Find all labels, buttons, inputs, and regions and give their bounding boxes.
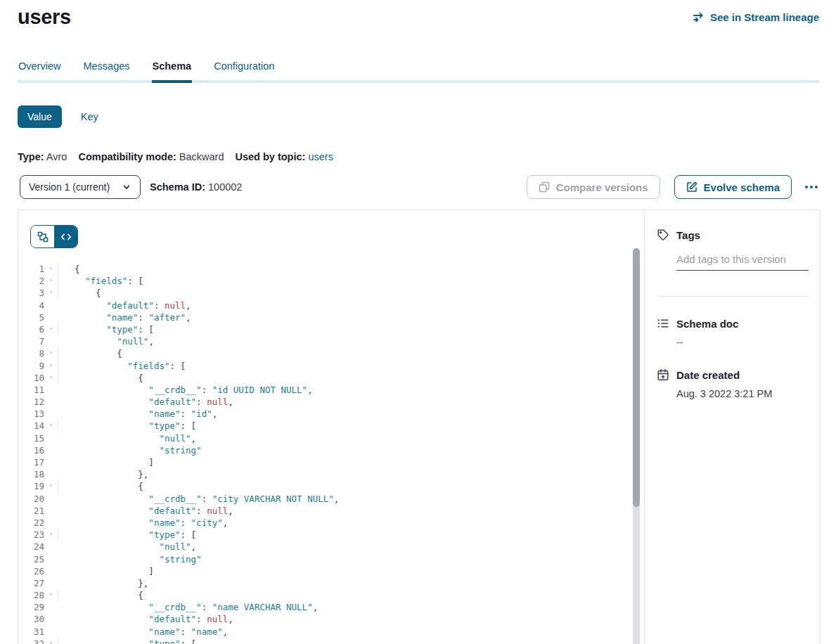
line-code: "__crdb__": "id UUID NOT NULL", — [58, 384, 313, 396]
tab-schema[interactable]: Schema — [152, 60, 193, 83]
value-key-toggle: Value Key — [18, 105, 836, 128]
line-number: 13 — [18, 408, 44, 420]
code-line: 26 ▾ ] — [18, 565, 630, 577]
ellipsis-icon — [805, 186, 808, 188]
code-line: 1 ▾ { — [18, 263, 630, 275]
code-lines: 1 ▾ { 2 ▾ "fields": [ 3 ▾ { 4 ▾ "default… — [18, 248, 630, 644]
schema-id: Schema ID: 100002 — [150, 181, 242, 193]
line-code: "name": "name", — [58, 626, 228, 638]
line-code: "fields": [ — [58, 360, 186, 372]
line-code: "type": [ — [58, 420, 196, 432]
tab-configuration[interactable]: Configuration — [213, 60, 275, 83]
fold-arrow-icon[interactable]: ▾ — [44, 275, 58, 287]
line-number: 32 — [18, 638, 44, 644]
more-options-button[interactable] — [804, 181, 819, 193]
fold-arrow-icon[interactable]: ▾ — [44, 287, 58, 299]
fold-arrow-icon[interactable]: ▾ — [44, 347, 58, 359]
code-line: 2 ▾ "fields": [ — [18, 275, 630, 287]
tags-input[interactable] — [676, 253, 809, 271]
side-divider — [657, 296, 809, 297]
compare-versions-button[interactable]: Compare versions — [527, 175, 660, 199]
tag-icon — [657, 228, 669, 241]
line-number: 11 — [18, 384, 44, 396]
code-line: 13 ▾ "name": "id", — [18, 408, 630, 420]
line-number: 17 — [18, 456, 44, 468]
code-line: 16 ▾ "string" — [18, 444, 630, 456]
line-code: ] — [58, 565, 154, 577]
version-select-value: Version 1 (current) — [29, 181, 110, 193]
line-code: "__crdb__": "name VARCHAR NULL", — [58, 601, 318, 613]
compare-icon — [539, 181, 550, 193]
line-number: 24 — [18, 541, 44, 553]
line-code: "default": null, — [58, 613, 233, 625]
line-code: { — [58, 347, 122, 359]
controls-row: Version 1 (current) Schema ID: 100002 Co… — [20, 174, 819, 200]
line-number: 16 — [18, 444, 44, 456]
line-number: 29 — [18, 601, 44, 613]
line-number: 12 — [18, 396, 44, 408]
fold-arrow-icon[interactable]: ▾ — [44, 360, 58, 372]
scrollbar-thumb[interactable] — [633, 248, 640, 507]
used-by-topic: Used by topic: users — [235, 151, 333, 162]
line-number: 23 — [18, 529, 44, 541]
tab-bar: Overview Messages Schema Configuration — [18, 60, 819, 83]
date-created-value: Aug. 3 2022 3:21 PM — [676, 388, 809, 399]
fold-arrow-icon[interactable]: ▾ — [44, 638, 58, 644]
code-line: 21 ▾ "default": null, — [18, 505, 630, 517]
key-button[interactable]: Key — [81, 111, 98, 122]
code-line: 14 ▾ "type": [ — [18, 420, 630, 432]
line-code: "name": "id", — [58, 408, 217, 420]
fold-arrow-icon[interactable]: ▾ — [44, 589, 58, 601]
line-number: 20 — [18, 493, 44, 505]
line-number: 6 — [18, 323, 44, 335]
schema-doc-heading: Schema doc — [657, 317, 809, 330]
line-code: "null", — [58, 432, 196, 444]
line-code: "name": "city", — [58, 517, 228, 529]
line-code: }, — [58, 468, 148, 480]
version-select[interactable]: Version 1 (current) — [20, 175, 141, 199]
line-number: 19 — [18, 480, 44, 492]
code-line: 7 ▾ "null", — [18, 335, 630, 347]
fold-arrow-icon[interactable]: ▾ — [44, 323, 58, 335]
fold-arrow-icon[interactable]: ▾ — [44, 263, 58, 275]
fold-arrow-icon[interactable]: ▾ — [44, 372, 58, 384]
code-line: 10 ▾ { — [18, 372, 630, 384]
stream-lineage-link[interactable]: See in Stream lineage — [693, 11, 819, 23]
code-line: 6 ▾ "type": [ — [18, 323, 630, 335]
editor-scrollbar[interactable] — [633, 248, 640, 644]
line-code: "null", — [58, 335, 154, 347]
fold-arrow-icon[interactable]: ▾ — [44, 480, 58, 492]
line-number: 10 — [18, 372, 44, 384]
schema-type: Type: Avro — [18, 151, 67, 162]
code-view-icon — [60, 231, 72, 243]
line-number: 8 — [18, 347, 44, 359]
line-number: 18 — [18, 468, 44, 480]
evolve-schema-button[interactable]: Evolve schema — [674, 175, 792, 199]
line-number: 14 — [18, 420, 44, 432]
line-code: "default": null, — [58, 505, 233, 517]
tab-overview[interactable]: Overview — [18, 60, 61, 83]
fold-arrow-icon[interactable]: ▾ — [44, 529, 58, 541]
line-code: "string" — [58, 444, 202, 456]
tab-messages[interactable]: Messages — [82, 60, 130, 83]
value-button[interactable]: Value — [18, 105, 62, 128]
line-code: }, — [58, 577, 148, 589]
line-code: "type": [ — [58, 529, 196, 541]
code-line: 28 ▾ { — [18, 589, 630, 601]
fold-arrow-icon[interactable]: ▾ — [44, 420, 58, 432]
code-line: 4 ▾ "default": null, — [18, 300, 630, 311]
topic-link[interactable]: users — [308, 151, 333, 162]
code-line: 32 ▾ "type": [ — [18, 638, 630, 644]
line-code: "default": null, — [58, 396, 233, 408]
code-line: 29 ▾ "__crdb__": "name VARCHAR NULL", — [18, 601, 630, 613]
evolve-schema-label: Evolve schema — [704, 181, 780, 193]
line-number: 9 — [18, 360, 44, 372]
line-number: 28 — [18, 589, 44, 601]
code-line: 9 ▾ "fields": [ — [18, 360, 630, 372]
stream-lineage-icon — [693, 12, 705, 23]
stream-lineage-label: See in Stream lineage — [710, 11, 819, 23]
tree-view-button[interactable] — [31, 226, 54, 247]
schema-side-panel: Tags Schema doc -- — [645, 210, 820, 644]
code-view-button[interactable] — [54, 226, 77, 247]
tags-section: Tags — [657, 228, 809, 297]
